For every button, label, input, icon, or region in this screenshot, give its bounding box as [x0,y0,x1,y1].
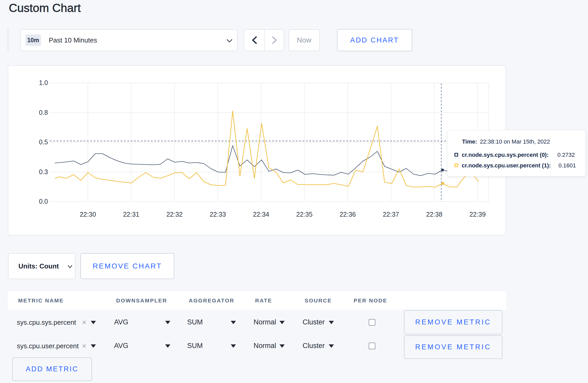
svg-text:22:34: 22:34 [253,211,269,218]
svg-text:22:37: 22:37 [383,211,399,218]
svg-text:22:30: 22:30 [80,211,96,218]
svg-text:22:35: 22:35 [296,211,313,218]
svg-text:22:36: 22:36 [340,211,356,218]
svg-text:0.3: 0.3 [39,168,48,175]
svg-text:0.0: 0.0 [39,198,48,205]
svg-text:22:31: 22:31 [123,211,139,218]
svg-text:0.8: 0.8 [39,109,48,116]
svg-text:0.5: 0.5 [39,138,48,146]
svg-text:22:38: 22:38 [426,211,443,218]
svg-text:22:32: 22:32 [166,211,183,218]
svg-text:1.0: 1.0 [39,79,48,86]
svg-text:22:39: 22:39 [470,211,486,218]
svg-text:22:33: 22:33 [210,211,226,218]
